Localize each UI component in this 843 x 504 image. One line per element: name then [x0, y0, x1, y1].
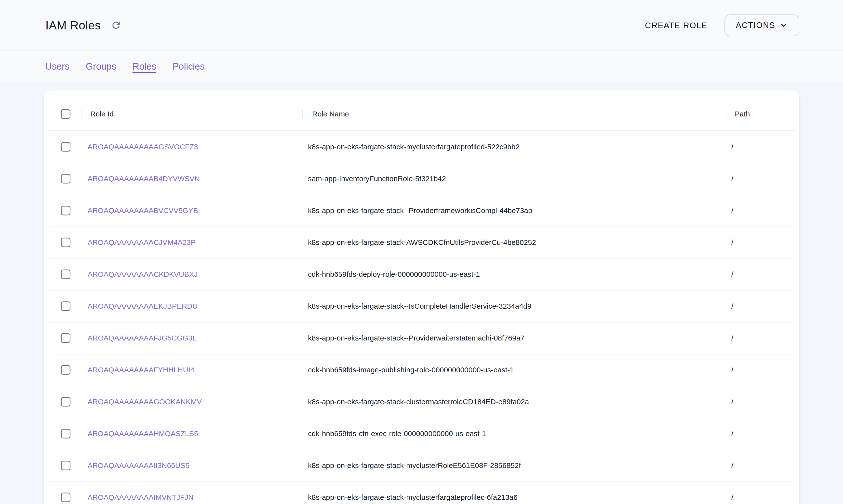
table-row: AROAQAAAAAAAAGOOKANKMV k8s-app-on-eks-fa…: [44, 386, 799, 418]
column-header-role-name: Role Name: [312, 110, 349, 118]
role-path-text: /: [731, 334, 733, 342]
role-name-text: k8s-app-on-eks-fargate-stack-clustermast…: [308, 398, 529, 406]
table-body: AROAQAAAAAAAAAGSVOCFZ3 k8s-app-on-eks-fa…: [44, 131, 799, 504]
table-row: AROAQAAAAAAAAII3N66US5 k8s-app-on-eks-fa…: [44, 450, 799, 482]
row-checkbox[interactable]: [61, 397, 70, 407]
role-path-text: /: [731, 430, 733, 438]
tab-policies[interactable]: Policies: [173, 61, 205, 72]
row-checkbox[interactable]: [61, 238, 70, 247]
role-id-link[interactable]: AROAQAAAAAAAAFYHHLHUI4: [88, 366, 194, 374]
column-divider: [302, 109, 303, 119]
row-checkbox[interactable]: [61, 270, 70, 279]
table-row: AROAQAAAAAAAABVCVV5GYB k8s-app-on-eks-fa…: [44, 195, 799, 227]
role-id-link[interactable]: AROAQAAAAAAAAII3N66US5: [88, 461, 189, 470]
role-path-text: /: [731, 270, 733, 278]
table-row: AROAQAAAAAAAAIMVNTJFJN k8s-app-on-eks-fa…: [44, 482, 799, 504]
role-path-text: /: [731, 238, 733, 247]
row-checkbox[interactable]: [61, 461, 70, 470]
row-checkbox[interactable]: [61, 365, 70, 375]
role-name-text: cdk-hnb659fds-cfn-exec-role-000000000000…: [308, 430, 486, 438]
row-checkbox[interactable]: [61, 334, 70, 343]
roles-table-card: Role Id Role Name Path AROAQAAAAAAAAAGSV…: [44, 90, 799, 504]
role-id-link[interactable]: AROAQAAAAAAAACJVM4A23P: [88, 238, 195, 247]
role-name-text: k8s-app-on-eks-fargate-stack-myclusterRo…: [308, 461, 521, 470]
role-name-text: k8s-app-on-eks-fargate-stack--Providerwa…: [308, 334, 524, 342]
column-header-role-id: Role Id: [90, 110, 114, 118]
role-path-text: /: [731, 175, 733, 183]
role-id-link[interactable]: AROAQAAAAAAAABVCVV5GYB: [88, 206, 198, 215]
table-row: AROAQAAAAAAAAAGSVOCFZ3 k8s-app-on-eks-fa…: [44, 131, 799, 163]
tab-roles[interactable]: Roles: [133, 61, 156, 72]
main-content: Role Id Role Name Path AROAQAAAAAAAAAGSV…: [0, 83, 843, 504]
role-path-text: /: [731, 398, 733, 406]
role-name-text: cdk-hnb659fds-image-publishing-role-0000…: [308, 366, 514, 374]
role-name-text: k8s-app-on-eks-fargate-stack-myclusterfa…: [308, 493, 518, 502]
row-checkbox[interactable]: [61, 493, 70, 502]
role-id-link[interactable]: AROAQAAAAAAAACKDKVUBXJ: [88, 270, 197, 278]
refresh-button[interactable]: [110, 19, 122, 32]
role-id-link[interactable]: AROAQAAAAAAAAFJG5CGG3L: [88, 334, 196, 342]
actions-button[interactable]: ACTIONS: [724, 15, 799, 36]
create-role-button[interactable]: CREATE ROLE: [645, 21, 707, 30]
row-checkbox[interactable]: [61, 174, 70, 184]
role-path-text: /: [731, 143, 733, 151]
row-checkbox[interactable]: [61, 206, 70, 215]
role-name-text: k8s-app-on-eks-fargate-stack--Providerfr…: [308, 206, 532, 215]
table-row: AROAQAAAAAAAAHMQASZLS5 cdk-hnb659fds-cfn…: [44, 418, 799, 450]
iam-tabs: Users Groups Roles Policies: [0, 51, 843, 83]
role-path-text: /: [731, 366, 733, 374]
role-id-link[interactable]: AROAQAAAAAAAAIMVNTJFJN: [88, 493, 194, 502]
table-row: AROAQAAAAAAAACKDKVUBXJ cdk-hnb659fds-dep…: [44, 258, 799, 290]
role-path-text: /: [731, 461, 733, 470]
table-row: AROAQAAAAAAAAFJG5CGG3L k8s-app-on-eks-fa…: [44, 322, 799, 354]
table-row: AROAQAAAAAAAAB4DYVWSVN sam-app-Inventory…: [44, 163, 799, 195]
role-path-text: /: [731, 493, 733, 502]
role-path-text: /: [731, 302, 733, 310]
select-all-checkbox[interactable]: [61, 109, 70, 119]
role-id-link[interactable]: AROAQAAAAAAAAAGSVOCFZ3: [88, 143, 198, 151]
column-divider: [726, 109, 726, 119]
role-id-link[interactable]: AROAQAAAAAAAAEKJBPERDU: [88, 302, 197, 310]
actions-button-label: ACTIONS: [736, 21, 775, 30]
role-id-link[interactable]: AROAQAAAAAAAAHMQASZLS5: [88, 430, 198, 438]
table-row: AROAQAAAAAAAAFYHHLHUI4 cdk-hnb659fds-ima…: [44, 354, 799, 386]
tab-users[interactable]: Users: [45, 61, 69, 72]
role-path-text: /: [731, 206, 733, 215]
role-id-link[interactable]: AROAQAAAAAAAAB4DYVWSVN: [88, 175, 200, 183]
role-name-text: cdk-hnb659fds-deploy-role-000000000000-u…: [308, 270, 480, 278]
row-checkbox[interactable]: [61, 142, 70, 152]
row-checkbox[interactable]: [61, 429, 70, 438]
refresh-icon: [111, 20, 121, 31]
column-divider: [81, 109, 82, 119]
role-name-text: k8s-app-on-eks-fargate-stack-AWSCDKCfnUt…: [308, 238, 536, 247]
page-header: IAM Roles CREATE ROLE ACTIONS: [0, 0, 843, 51]
role-name-text: k8s-app-on-eks-fargate-stack-myclusterfa…: [308, 143, 519, 151]
role-name-text: k8s-app-on-eks-fargate-stack--IsComplete…: [308, 302, 531, 310]
page-title: IAM Roles: [46, 19, 101, 32]
table-header-row: Role Id Role Name Path: [44, 90, 799, 131]
tab-groups[interactable]: Groups: [86, 61, 116, 72]
table-row: AROAQAAAAAAAACJVM4A23P k8s-app-on-eks-fa…: [44, 227, 799, 258]
column-header-path: Path: [735, 110, 750, 118]
role-name-text: sam-app-InventoryFunctionRole-5f321b42: [308, 175, 446, 183]
chevron-down-icon: [779, 21, 788, 30]
table-row: AROAQAAAAAAAAEKJBPERDU k8s-app-on-eks-fa…: [44, 290, 799, 322]
role-id-link[interactable]: AROAQAAAAAAAAGOOKANKMV: [88, 398, 202, 406]
row-checkbox[interactable]: [61, 302, 70, 311]
